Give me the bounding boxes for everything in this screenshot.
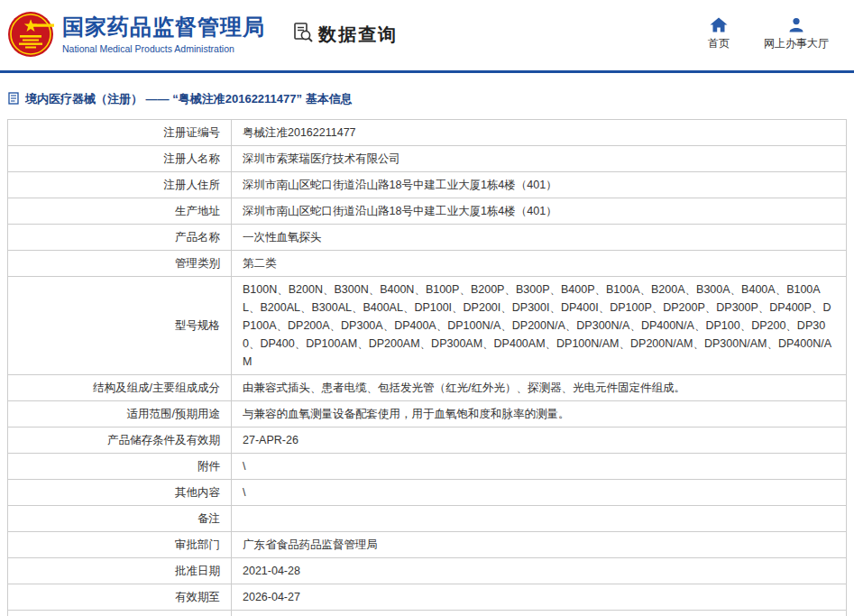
table-row: 结构及组成/主要组成成分由兼容式插头、患者电缆、包括发光管（红光/红外光）、探测… — [8, 375, 847, 401]
brand-text: 国家药品监督管理局 National Medical Products Admi… — [62, 14, 265, 54]
table-row: 管理类别第二类 — [8, 251, 847, 277]
table-row: 备注 — [8, 506, 847, 532]
site-header: 国家药品监督管理局 National Medical Products Admi… — [0, 0, 854, 70]
table-row: 型号规格B100N、B200N、B300N、B400N、B100P、B200P、… — [8, 277, 847, 375]
row-label: 备注 — [8, 506, 232, 532]
row-label: 产品名称 — [8, 225, 232, 251]
row-label: 管理类别 — [8, 251, 232, 277]
table-row: 注册人住所深圳市南山区蛇口街道沿山路18号中建工业大厦1栋4楼（401） — [8, 172, 847, 198]
breadcrumb-text: 境内医疗器械（注册） —— “粤械注准20162211477” 基本信息 — [25, 91, 353, 107]
table-row: 其他内容\ — [8, 480, 847, 506]
table-row: 注册证编号粤械注准20162211477 — [8, 120, 847, 146]
row-label: 生产地址 — [8, 198, 232, 225]
row-label: 注册人名称 — [8, 146, 232, 172]
row-value: 27-APR-26 — [232, 428, 847, 454]
table-row: 有效期至2026-04-27 — [8, 584, 847, 611]
row-value: 由兼容式插头、患者电缆、包括发光管（红光/红外光）、探测器、光电元件固定件组成。 — [232, 375, 847, 401]
row-label: 适用范围/预期用途 — [8, 401, 232, 428]
org-name-en: National Medical Products Administration — [62, 43, 265, 54]
data-query-section-title: 数据查询 — [292, 22, 398, 48]
row-label: 注册证编号 — [8, 120, 232, 146]
table-row: 产品储存条件及有效期27-APR-26 — [8, 428, 847, 454]
table-row: 注册人名称深圳市索莱瑞医疗技术有限公司 — [8, 146, 847, 172]
row-value: \ — [232, 454, 847, 480]
row-label: 变更情况 — [8, 611, 232, 616]
home-icon — [710, 17, 728, 32]
row-label: 其他内容 — [8, 480, 232, 506]
row-value — [232, 506, 847, 532]
header-divider — [0, 70, 854, 73]
table-row: 附件\ — [8, 454, 847, 480]
row-value: 深圳市索莱瑞医疗技术有限公司 — [232, 146, 847, 172]
user-icon — [788, 17, 804, 32]
table-row: 审批部门广东省食品药品监督管理局 — [8, 532, 847, 558]
detail-table-body: 注册证编号粤械注准20162211477注册人名称深圳市索莱瑞医疗技术有限公司注… — [8, 120, 847, 616]
nav-service-hall[interactable]: 网上办事大厅 — [764, 17, 829, 51]
nav-home-label: 首页 — [708, 36, 730, 51]
row-value: 一次性血氧探头 — [232, 225, 847, 251]
row-label: 批准日期 — [8, 558, 232, 584]
row-value: 第二类 — [232, 251, 847, 277]
row-value: 2021-04-28 — [232, 558, 847, 584]
row-value — [232, 611, 847, 616]
row-value: 与兼容的血氧测量设备配套使用，用于血氧饱和度和脉率的测量。 — [232, 401, 847, 428]
table-row: 产品名称一次性血氧探头 — [8, 225, 847, 251]
row-value: 粤械注准20162211477 — [232, 120, 847, 146]
row-value: 深圳市南山区蛇口街道沿山路18号中建工业大厦1栋4楼（401） — [232, 198, 847, 225]
breadcrumb: 境内医疗器械（注册） —— “粤械注准20162211477” 基本信息 — [7, 91, 854, 107]
table-row: 变更情况 — [8, 611, 847, 616]
data-query-icon — [292, 22, 314, 48]
row-value: B100N、B200N、B300N、B400N、B100P、B200P、B300… — [232, 277, 847, 375]
brand: 国家药品监督管理局 National Medical Products Admi… — [7, 11, 265, 58]
row-label: 有效期至 — [8, 584, 232, 611]
table-row: 批准日期2021-04-28 — [8, 558, 847, 584]
row-value: 2026-04-27 — [232, 584, 847, 611]
row-label: 注册人住所 — [8, 172, 232, 198]
top-nav: 首页 网上办事大厅 — [708, 17, 841, 51]
document-icon — [7, 92, 20, 107]
national-emblem-logo — [7, 11, 54, 58]
data-query-label: 数据查询 — [318, 23, 398, 47]
row-label: 产品储存条件及有效期 — [8, 428, 232, 454]
org-name-cn: 国家药品监督管理局 — [62, 14, 265, 41]
nav-service-hall-label: 网上办事大厅 — [764, 36, 829, 51]
row-label: 型号规格 — [8, 277, 232, 375]
table-row: 生产地址深圳市南山区蛇口街道沿山路18号中建工业大厦1栋4楼（401） — [8, 198, 847, 225]
row-label: 审批部门 — [8, 532, 232, 558]
table-row: 适用范围/预期用途与兼容的血氧测量设备配套使用，用于血氧饱和度和脉率的测量。 — [8, 401, 847, 428]
row-value: 广东省食品药品监督管理局 — [232, 532, 847, 558]
row-label: 结构及组成/主要组成成分 — [8, 375, 232, 401]
row-value: \ — [232, 480, 847, 506]
nav-home[interactable]: 首页 — [708, 17, 730, 51]
row-value: 深圳市南山区蛇口街道沿山路18号中建工业大厦1栋4楼（401） — [232, 172, 847, 198]
registration-detail-table: 注册证编号粤械注准20162211477注册人名称深圳市索莱瑞医疗技术有限公司注… — [7, 119, 847, 616]
row-label: 附件 — [8, 454, 232, 480]
